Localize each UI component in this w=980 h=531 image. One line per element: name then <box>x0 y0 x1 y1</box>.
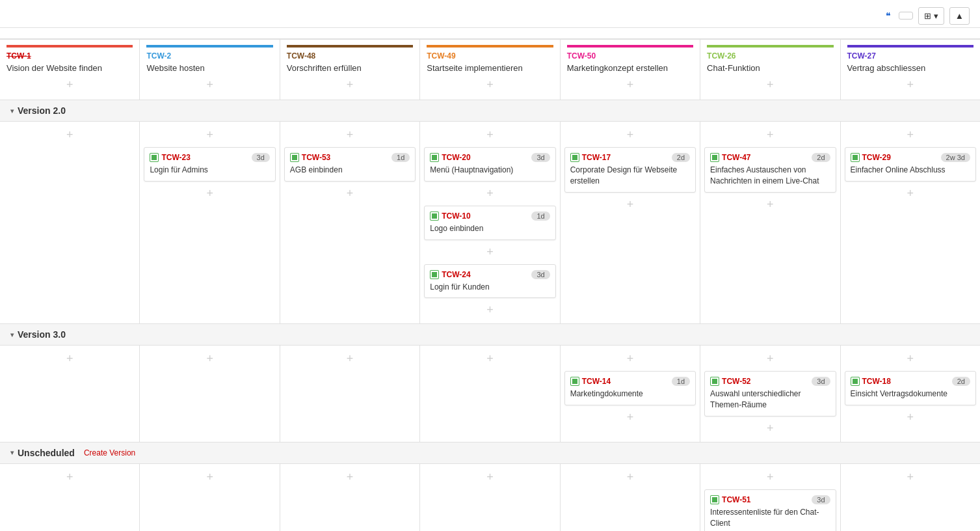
story-id-text: TCW-14 <box>582 377 611 386</box>
add-story-button-top[interactable]: + <box>623 469 638 485</box>
story-card-id: TCW-10 <box>430 211 470 221</box>
version-header-1[interactable]: ▾Version 3.0 <box>0 324 980 346</box>
story-card[interactable]: TCW-10 1d Logo einbinden <box>424 206 555 240</box>
add-story-button[interactable]: + <box>903 409 918 426</box>
header: ❝ ⊞ ▾ ▲ <box>0 0 980 28</box>
add-story-button[interactable]: + <box>483 185 497 202</box>
add-story-button[interactable]: + <box>623 409 638 426</box>
epic-header: TCW-49 Startseite implementieren <box>427 45 553 73</box>
add-story-button-top[interactable]: + <box>763 469 778 485</box>
add-story-button-top[interactable]: + <box>903 351 918 367</box>
add-story-button-top[interactable]: + <box>623 351 638 367</box>
add-story-button[interactable]: + <box>763 197 778 213</box>
add-story-button-top[interactable]: + <box>483 127 497 143</box>
create-version-link[interactable]: Create Version <box>84 448 135 457</box>
story-title: Einsicht Vertragsdokumente <box>851 388 970 400</box>
story-card-header: TCW-52 3d <box>710 377 830 386</box>
feedback-button[interactable]: ❝ <box>886 10 894 21</box>
epic-add-button[interactable]: + <box>146 75 272 94</box>
add-story-button-top[interactable]: + <box>202 351 217 367</box>
story-col-6: + <box>841 464 980 531</box>
story-card-id: TCW-24 <box>430 270 470 279</box>
story-card[interactable]: TCW-17 2d Corporate Design für Webseite … <box>564 147 696 193</box>
story-card-header: TCW-10 1d <box>430 211 550 221</box>
epic-add-button[interactable]: + <box>427 75 553 94</box>
add-story-button-top[interactable]: + <box>623 127 638 143</box>
epic-add-button[interactable]: + <box>567 75 693 94</box>
story-col-0: + <box>0 464 140 531</box>
page-title <box>10 7 16 24</box>
collapse-button[interactable]: ▲ <box>949 7 970 25</box>
version-header-0[interactable]: ▾Version 2.0 <box>0 100 980 122</box>
add-story-button-top[interactable]: + <box>903 469 918 485</box>
add-story-button-top[interactable]: + <box>343 127 358 143</box>
version-section-2: ▾UnscheduledCreate Version++++++ TCW-51 … <box>0 442 980 531</box>
add-story-button-top[interactable]: + <box>343 469 358 485</box>
epic-header: TCW-27 Vertrag abschliessen <box>847 45 973 73</box>
story-card[interactable]: TCW-52 3d Auswahl unterschiedlicher Them… <box>704 371 836 416</box>
epic-id[interactable]: TCW-1 <box>7 51 133 61</box>
story-card[interactable]: TCW-23 3d Login für Admins <box>144 147 275 182</box>
add-story-button[interactable]: + <box>623 197 638 213</box>
story-card-header: TCW-47 2d <box>710 153 830 162</box>
story-icon <box>851 153 860 162</box>
add-story-button-top[interactable]: + <box>763 127 778 143</box>
add-story-button-top[interactable]: + <box>903 127 918 143</box>
story-card-id: TCW-20 <box>430 153 470 162</box>
story-title: AGB einbinden <box>290 165 410 176</box>
add-story-button-top[interactable]: + <box>343 351 358 367</box>
epic-id[interactable]: TCW-49 <box>427 51 553 61</box>
version-header-2[interactable]: ▾UnscheduledCreate Version <box>0 442 980 464</box>
story-card[interactable]: TCW-14 1d Marketingdokumente <box>564 371 696 405</box>
version-chevron: ▾ <box>10 331 14 338</box>
story-id-text: TCW-23 <box>161 153 190 162</box>
epic-id[interactable]: TCW-26 <box>707 51 833 61</box>
story-card[interactable]: TCW-47 2d Einfaches Austauschen von Nach… <box>704 147 836 193</box>
add-story-button-top[interactable]: + <box>763 351 778 367</box>
add-story-button-top[interactable]: + <box>202 127 217 143</box>
story-card[interactable]: TCW-29 2w 3d Einfacher Online Abschluss <box>845 147 976 182</box>
add-story-button-top[interactable]: + <box>483 351 497 367</box>
epic-add-button[interactable]: + <box>707 75 833 94</box>
story-card[interactable]: TCW-20 3d Menü (Hauptnavigation) <box>424 147 555 182</box>
story-id-text: TCW-10 <box>442 211 470 221</box>
story-icon <box>710 377 719 386</box>
story-card[interactable]: TCW-24 3d Login für Kunden <box>424 264 555 299</box>
add-story-button-top[interactable]: + <box>202 469 217 485</box>
add-story-button[interactable]: + <box>903 185 918 202</box>
add-story-button[interactable]: + <box>202 185 217 202</box>
epic-id[interactable]: TCW-27 <box>847 51 973 61</box>
view-toggle-button[interactable]: ⊞ ▾ <box>918 7 944 25</box>
story-col-inner: + <box>284 469 416 485</box>
story-title: Login für Admins <box>150 165 269 176</box>
story-col-inner: + <box>144 351 275 367</box>
epic-add-button[interactable]: + <box>7 75 133 94</box>
story-card[interactable]: TCW-51 3d Interessentenliste für den Cha… <box>704 489 836 531</box>
add-story-button[interactable]: + <box>343 185 358 202</box>
epic-id[interactable]: TCW-2 <box>146 51 272 61</box>
add-story-button-top[interactable]: + <box>62 351 77 367</box>
story-card[interactable]: TCW-53 1d AGB einbinden <box>284 147 416 182</box>
add-story-button[interactable]: + <box>483 302 497 318</box>
epic-col-0: TCW-1 Vision der Website finden + <box>0 40 140 100</box>
epic-col-1: TCW-2 Website hosten + <box>140 40 280 100</box>
create-epic-button[interactable] <box>899 12 913 20</box>
story-col-inner: + TCW-17 2d Corporate Design für Webseit… <box>564 127 696 213</box>
add-story-button-top[interactable]: + <box>483 469 497 485</box>
add-story-button[interactable]: + <box>763 420 778 437</box>
epic-add-button[interactable]: + <box>287 75 413 94</box>
epic-id[interactable]: TCW-50 <box>567 51 693 61</box>
epic-add-button[interactable]: + <box>847 75 973 94</box>
add-story-button-top[interactable]: + <box>62 127 77 143</box>
epic-title: Vertrag abschliessen <box>847 63 973 73</box>
story-card-header: TCW-17 2d <box>570 153 690 162</box>
add-story-button[interactable]: + <box>483 244 497 260</box>
add-story-button-top[interactable]: + <box>62 469 77 485</box>
story-card[interactable]: TCW-18 2d Einsicht Vertragsdokumente <box>845 371 976 405</box>
story-id-text: TCW-29 <box>862 153 891 162</box>
epic-id[interactable]: TCW-48 <box>287 51 413 61</box>
story-card-id: TCW-51 <box>710 495 750 504</box>
version-chevron: ▾ <box>10 449 14 456</box>
story-card-id: TCW-47 <box>710 153 750 162</box>
version-section-1: ▾Version 3.0+++++ TCW-14 1d Marketingdok… <box>0 324 980 442</box>
